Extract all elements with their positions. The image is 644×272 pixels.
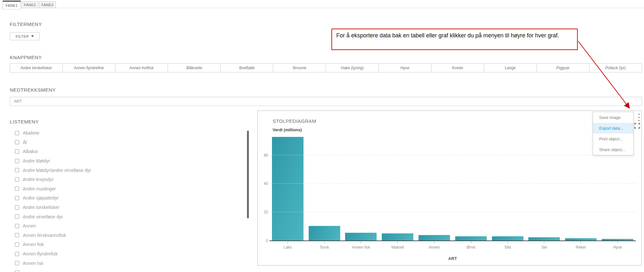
bars-container	[269, 130, 636, 241]
bar-torsk[interactable]	[309, 226, 340, 241]
filter-button-label: FILTER	[16, 34, 29, 38]
bar-slot	[269, 130, 306, 241]
species-button[interactable]: Andre torskefisker	[10, 63, 63, 72]
art-dropdown-value: ART	[14, 99, 22, 104]
checkbox-icon[interactable]	[15, 196, 19, 200]
list-item-label: Abalone	[23, 130, 39, 136]
species-button[interactable]: Hake (lysing)	[326, 63, 379, 72]
checkbox-icon[interactable]	[15, 214, 19, 219]
bar-slot	[416, 130, 453, 241]
list-item-label: Andre sjøpattedyr	[23, 195, 59, 201]
list-item[interactable]: Andre krepsdyr	[15, 175, 242, 184]
bar-annen[interactable]	[419, 235, 450, 241]
species-button[interactable]: Hyse	[379, 63, 431, 72]
annotation-box: For å eksportere data bak en tabell elle…	[331, 29, 578, 50]
kebab-menu-icon[interactable]	[637, 114, 641, 121]
menu-item[interactable]: Print object...	[593, 134, 633, 144]
x-tick-label: Makrell	[391, 245, 404, 250]
maximize-icon[interactable]	[634, 123, 640, 129]
list-item[interactable]: Andre virvelløse dyr	[15, 212, 242, 221]
bar-ørret[interactable]	[455, 236, 487, 241]
species-button[interactable]: Annen hvitfisk	[115, 63, 168, 72]
checkbox-icon[interactable]	[15, 224, 19, 228]
y-tick-label: 40	[260, 181, 268, 186]
object-context-menu: Save imageExport data...Print object...S…	[593, 112, 634, 155]
checkbox-icon[interactable]	[15, 177, 19, 182]
tab-fane2[interactable]: FANE2	[21, 1, 38, 8]
bar-laks[interactable]	[272, 137, 303, 241]
checkbox-icon[interactable]	[15, 168, 19, 172]
checkbox-icon[interactable]	[15, 159, 19, 163]
species-button[interactable]: Pollack (lyr)	[589, 63, 642, 72]
x-category: Ørret	[453, 241, 489, 250]
bar-sild[interactable]	[492, 236, 523, 241]
species-button[interactable]: Breiflabb	[220, 63, 273, 72]
nedtrekksmeny-heading: NEDTREKKSMENY	[10, 87, 56, 93]
list-item-label: Albakor	[23, 149, 38, 154]
list-item-label: Annen flyndrefisk	[23, 251, 58, 256]
tab-fane1[interactable]: FANE1	[3, 1, 21, 9]
listemeny-heading: LISTEMENY	[10, 119, 39, 124]
plot-area: 0204060	[269, 130, 636, 241]
filter-dropdown-button[interactable]: FILTER	[10, 32, 40, 40]
list-item-partial[interactable]	[15, 268, 242, 272]
species-button[interactable]: Blåkveite	[168, 63, 221, 72]
species-button[interactable]: Brosme	[273, 63, 326, 72]
x-tick-label: Hyse	[613, 245, 622, 250]
list-item[interactable]: Andre bløtdyr/andre virvelløse dyr	[15, 165, 242, 175]
x-category: Hyse	[599, 241, 636, 250]
x-category: Annen fisk	[343, 241, 380, 250]
checkbox-icon[interactable]	[15, 140, 19, 144]
list-item[interactable]: Andre sjøpattedyr	[15, 193, 242, 203]
gridline	[269, 183, 636, 184]
species-button[interactable]: Lange	[484, 63, 537, 72]
list-item[interactable]: Andre bløtdyr	[15, 156, 242, 166]
bar-slot	[343, 130, 380, 241]
bar-slot	[453, 130, 489, 241]
list-item[interactable]: Ål	[15, 138, 242, 147]
menu-item[interactable]: Export data...	[593, 123, 633, 134]
tab-fane3[interactable]: FANE3	[39, 1, 56, 8]
checkbox-icon[interactable]	[15, 252, 19, 256]
x-tick-label: Annen fisk	[352, 245, 370, 250]
checkbox-icon[interactable]	[15, 270, 19, 272]
page: FANE1FANE2FANE3 FILTERMENY FILTER KNAPPM…	[0, 0, 644, 272]
list-item[interactable]: Annen ferskvannsfisk	[15, 231, 242, 240]
species-button[interactable]: Piggvar	[536, 63, 589, 72]
x-tick-mark	[288, 241, 288, 243]
x-tick-mark	[544, 241, 544, 243]
list-item-label: Andre bløtdyr	[23, 158, 50, 163]
list-item[interactable]: Annen hai	[15, 258, 242, 268]
x-tick-mark	[471, 241, 471, 243]
list-item[interactable]: Annen flyndrefisk	[15, 249, 242, 259]
x-category: Reker	[562, 241, 599, 250]
list-item-label: Annen fisk	[23, 242, 44, 247]
bar-makrell[interactable]	[382, 233, 413, 241]
species-button[interactable]: Kveite	[431, 63, 484, 72]
checkbox-icon[interactable]	[15, 131, 19, 135]
list-item[interactable]: Andre muslinger	[15, 184, 242, 194]
species-button[interactable]: Annen flyndrefisk	[62, 63, 115, 72]
menu-item[interactable]: Save image	[593, 112, 633, 123]
checkbox-icon[interactable]	[15, 149, 19, 154]
checkbox-icon[interactable]	[15, 233, 19, 237]
list-item[interactable]: Andre torskefisker	[15, 203, 242, 212]
checkbox-icon[interactable]	[15, 242, 19, 247]
x-axis-title: ART	[269, 256, 636, 261]
chart-title: STOLPEDIAGRAM	[273, 118, 316, 124]
vertical-scrollbar[interactable]	[247, 131, 249, 218]
checkbox-icon[interactable]	[15, 205, 19, 210]
list-item-label: Andre virvelløse dyr	[23, 214, 63, 219]
list-item[interactable]: Abalone	[15, 128, 242, 138]
bar-annen-fisk[interactable]	[345, 233, 377, 241]
list-item[interactable]: Albakor	[15, 147, 242, 156]
list-item[interactable]: Annen fisk	[15, 240, 242, 249]
checkbox-icon[interactable]	[15, 187, 19, 191]
x-tick-label: Sild	[504, 245, 511, 250]
checkbox-icon[interactable]	[15, 261, 19, 265]
menu-item[interactable]: Share object...	[593, 144, 633, 155]
list-item[interactable]: Annen	[15, 221, 242, 231]
x-tick-mark	[397, 241, 398, 243]
art-dropdown[interactable]: ART	[10, 97, 642, 106]
chart-panel: STOLPEDIAGRAM Verdi (millions) 0204060 L…	[257, 110, 642, 266]
